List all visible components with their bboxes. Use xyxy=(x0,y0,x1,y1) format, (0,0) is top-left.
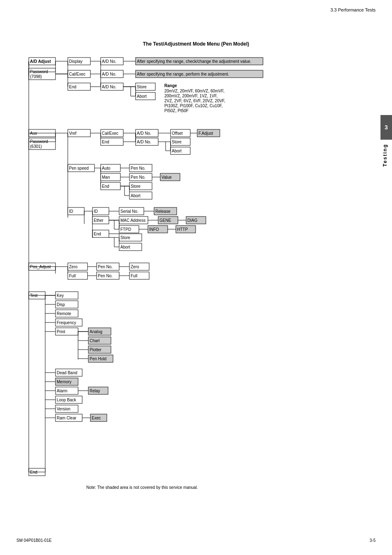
svg-text:Cal/Exec: Cal/Exec xyxy=(69,72,85,76)
svg-text:Abort: Abort xyxy=(137,94,147,99)
svg-text:Loop Back: Loop Back xyxy=(57,398,76,402)
svg-text:ID: ID xyxy=(94,209,98,214)
svg-text:End: End xyxy=(69,85,76,89)
svg-text:Dead Band: Dead Band xyxy=(57,371,77,375)
svg-text:A/D No.: A/D No. xyxy=(137,131,151,136)
svg-text:Key: Key xyxy=(57,293,64,298)
svg-text:F.Adjust: F.Adjust xyxy=(198,131,213,136)
svg-text:Offset: Offset xyxy=(172,131,183,136)
svg-text:Pen Hold: Pen Hold xyxy=(90,357,106,361)
svg-text:Range: Range xyxy=(164,83,177,88)
svg-text:End: End xyxy=(94,232,101,236)
svg-text:Display: Display xyxy=(69,59,83,64)
svg-text:(6301): (6301) xyxy=(30,144,42,149)
svg-text:MAC Address: MAC Address xyxy=(120,218,145,223)
svg-text:Full: Full xyxy=(69,274,76,278)
svg-text:Pen No.: Pen No. xyxy=(131,166,145,170)
svg-text:Ram Clear: Ram Clear xyxy=(57,416,76,420)
svg-text:Zero: Zero xyxy=(131,265,139,269)
svg-text:Frequency: Frequency xyxy=(57,320,76,325)
svg-text:2VZ, 2VF, 6VZ, 6VF, 20VZ, 20VF: 2VZ, 2VF, 6VZ, 6VF, 20VZ, 20VF, xyxy=(164,99,225,103)
svg-text:Cal/Exec: Cal/Exec xyxy=(102,131,118,136)
chapter-badge: 3 xyxy=(380,115,392,140)
svg-text:After specifying the range, ch: After specifying the range, check/change… xyxy=(137,59,251,64)
svg-text:Pen No.: Pen No. xyxy=(131,175,145,180)
svg-text:Store: Store xyxy=(172,140,182,144)
svg-text:ID: ID xyxy=(69,209,73,214)
svg-text:Chart: Chart xyxy=(90,339,100,343)
section-title: 3.3 Performance Tests xyxy=(330,7,376,12)
svg-text:Relay: Relay xyxy=(90,389,100,393)
svg-text:Vref: Vref xyxy=(69,131,76,136)
svg-text:Zero: Zero xyxy=(69,265,78,269)
svg-text:Abort: Abort xyxy=(172,149,182,153)
ad-adjust-label: A/D Adjust xyxy=(30,59,51,64)
svg-text:Note: The shaded area is not c: Note: The shaded area is not covered by … xyxy=(86,485,198,490)
svg-text:Pt100Z, Pt100F, Cu10Z, Cu10F,: Pt100Z, Pt100F, Cu10Z, Cu10F, xyxy=(164,104,223,108)
svg-text:Release: Release xyxy=(155,209,171,214)
svg-text:FTPD: FTPD xyxy=(120,227,131,232)
page-header: 3.3 Performance Tests xyxy=(330,7,376,12)
svg-text:Store: Store xyxy=(131,184,141,189)
svg-text:A/D No.: A/D No. xyxy=(102,59,116,64)
svg-text:A/D No.: A/D No. xyxy=(102,85,116,89)
svg-text:DIAG: DIAG xyxy=(187,218,198,223)
svg-text:HTTP: HTTP xyxy=(177,227,188,232)
svg-text:End: End xyxy=(102,140,109,144)
svg-text:Auto: Auto xyxy=(102,166,111,170)
svg-text:Print: Print xyxy=(57,329,65,334)
svg-text:INFO: INFO xyxy=(149,227,159,232)
svg-text:Exec: Exec xyxy=(92,416,101,420)
svg-text:20mVZ, 20mVF, 60mVZ, 60mVF,: 20mVZ, 20mVF, 60mVZ, 60mVF, xyxy=(164,89,224,93)
svg-text:Ether: Ether xyxy=(94,218,104,223)
svg-text:Pen No.: Pen No. xyxy=(98,274,113,278)
svg-text:A/D No.: A/D No. xyxy=(137,140,151,144)
svg-text:Value: Value xyxy=(161,175,172,180)
page-num: 3-5 xyxy=(370,538,376,543)
svg-text:Plotter: Plotter xyxy=(90,348,102,352)
svg-text:Store: Store xyxy=(120,235,130,240)
svg-text:Man: Man xyxy=(102,175,110,180)
svg-text:After specifying the range, pe: After specifying the range, perform the … xyxy=(137,72,229,76)
svg-text:Analog: Analog xyxy=(90,329,102,334)
svg-text:Abort: Abort xyxy=(120,245,130,249)
diagram-area: text { font-family: Arial, Helvetica, sa… xyxy=(25,53,367,527)
svg-text:GENE: GENE xyxy=(159,218,171,223)
svg-text:End: End xyxy=(102,184,109,189)
svg-text:Abort: Abort xyxy=(131,193,141,198)
svg-text:Pen speed: Pen speed xyxy=(69,166,89,170)
svg-text:Memory: Memory xyxy=(57,380,71,384)
diagram-title: The Test/Adjustment Mode Menu (Pen Model… xyxy=(143,41,249,47)
svg-text:Full: Full xyxy=(131,274,137,278)
svg-text:Disp: Disp xyxy=(57,302,65,307)
svg-text:Pt50Z, Pt50F: Pt50Z, Pt50F xyxy=(164,108,189,113)
svg-text:A/D No.: A/D No. xyxy=(102,72,116,76)
svg-text:Remote: Remote xyxy=(57,311,71,316)
doc-id: SM 04P01B01-01E xyxy=(16,538,52,543)
page-number: 3-5 xyxy=(370,538,376,543)
svg-text:Version: Version xyxy=(57,407,70,411)
side-label: Testing xyxy=(382,144,388,167)
svg-text:Pen No.: Pen No. xyxy=(98,265,113,269)
page-footer: SM 04P01B01-01E xyxy=(16,538,52,543)
svg-text:Serial No.: Serial No. xyxy=(120,209,138,214)
diagram-svg: text { font-family: Arial, Helvetica, sa… xyxy=(25,53,378,526)
svg-text:(7098): (7098) xyxy=(30,74,42,79)
svg-text:Alarm: Alarm xyxy=(57,389,67,393)
svg-text:Store: Store xyxy=(137,85,147,89)
svg-text:200mVZ, 200mVF, 1VZ, 1VF,: 200mVZ, 200mVF, 1VZ, 1VF, xyxy=(164,94,218,98)
